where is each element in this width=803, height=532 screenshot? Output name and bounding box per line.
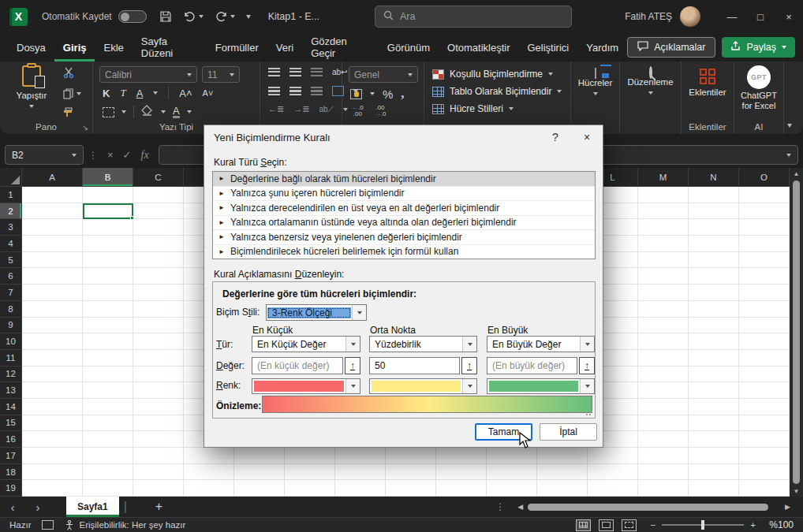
name-box[interactable]: B2: [5, 145, 84, 165]
dialog-close-icon[interactable]: ×: [571, 125, 603, 149]
scroll-up-icon[interactable]: ▲: [794, 168, 800, 179]
underline-button[interactable]: A: [136, 87, 144, 99]
cell-C2[interactable]: [133, 203, 184, 220]
cell-N17[interactable]: [689, 448, 739, 464]
type-dropdown-icon-maximum[interactable]: [580, 337, 594, 352]
autosave-toggle[interactable]: [118, 10, 147, 23]
cell-A11[interactable]: [22, 350, 83, 366]
cell-N18[interactable]: [689, 464, 739, 481]
align-center-icon[interactable]: [289, 87, 301, 95]
cell-H17[interactable]: [386, 448, 436, 464]
cell-A7[interactable]: [22, 285, 83, 301]
cell-M19[interactable]: [638, 480, 689, 497]
cell-C19[interactable]: [133, 480, 184, 497]
zoom-in-icon[interactable]: +: [750, 520, 756, 530]
close-button[interactable]: ×: [775, 4, 803, 29]
tab-giriş[interactable]: Giriş: [54, 33, 95, 61]
cell-A16[interactable]: [22, 431, 83, 448]
font-color-dropdown-icon[interactable]: [187, 110, 192, 113]
cell-M15[interactable]: [638, 415, 689, 432]
orientation-icon[interactable]: ab⟋: [319, 105, 333, 114]
page-layout-view-icon[interactable]: [599, 519, 614, 531]
rule-type-item-1[interactable]: ►Yalnızca şunu içeren hücreleri biçimlen…: [213, 187, 595, 202]
copy-icon[interactable]: [63, 88, 81, 99]
prev-sheet-icon[interactable]: ‹: [0, 500, 25, 514]
zoom-slider[interactable]: [662, 524, 744, 526]
decrease-font-icon[interactable]: A˅: [203, 88, 214, 98]
cell-I19[interactable]: [436, 480, 487, 497]
cell-M18[interactable]: [638, 464, 689, 481]
row-header-11[interactable]: 11: [0, 350, 22, 366]
horizontal-scrollbar[interactable]: [528, 503, 780, 511]
cell-G19[interactable]: [335, 480, 386, 497]
number-format-select[interactable]: Genel: [349, 66, 418, 83]
row-header-13[interactable]: 13: [0, 382, 22, 399]
cell-N12[interactable]: [689, 366, 739, 383]
cell-O18[interactable]: [739, 464, 790, 481]
accounting-format-icon[interactable]: [350, 89, 362, 99]
cell-L19[interactable]: [588, 480, 638, 497]
cell-D17[interactable]: [184, 448, 234, 464]
align-right-icon[interactable]: [311, 87, 323, 95]
cell-N7[interactable]: [689, 285, 739, 301]
cell-N10[interactable]: [689, 333, 739, 350]
cell-N14[interactable]: [689, 399, 739, 415]
cell-M8[interactable]: [638, 301, 689, 318]
cell-C12[interactable]: [133, 366, 184, 383]
cell-B10[interactable]: [83, 333, 133, 350]
row-header-8[interactable]: 8: [0, 301, 22, 318]
percent-style-icon[interactable]: %: [383, 87, 393, 101]
type-dropdown-midpoint[interactable]: Yüzdebirlik: [369, 336, 477, 352]
cell-M10[interactable]: [638, 333, 689, 350]
cell-B5[interactable]: [83, 252, 133, 269]
tab-görünüm[interactable]: Görünüm: [379, 33, 439, 61]
cell-B1[interactable]: [83, 187, 133, 203]
format-painter-icon[interactable]: [63, 106, 75, 121]
cell-C16[interactable]: [133, 431, 184, 448]
vertical-scroll-thumb[interactable]: [793, 180, 800, 484]
cell-C4[interactable]: [133, 236, 184, 252]
cell-A2[interactable]: [22, 203, 83, 220]
cell-A17[interactable]: [22, 448, 83, 464]
underline-dropdown-icon[interactable]: [153, 91, 158, 95]
cell-C5[interactable]: [133, 252, 184, 269]
cell-O12[interactable]: [739, 366, 790, 383]
user-name[interactable]: Fatih ATEŞ: [625, 11, 672, 22]
sheet-tab[interactable]: Sayfa1: [66, 497, 119, 517]
cell-L17[interactable]: [588, 448, 638, 464]
chatgpt-button[interactable]: GPT ChatGPT for Excel: [734, 65, 783, 111]
align-left-icon[interactable]: [268, 87, 280, 95]
cell-N6[interactable]: [689, 268, 739, 285]
save-icon[interactable]: [159, 10, 172, 23]
cell-H19[interactable]: [386, 480, 436, 497]
cell-O13[interactable]: [739, 382, 790, 399]
scroll-down-icon[interactable]: ▼: [794, 485, 800, 497]
cell-N11[interactable]: [689, 350, 739, 366]
cell-C8[interactable]: [133, 301, 184, 318]
color-swatch-dropdown-icon-maximum[interactable]: [580, 379, 594, 393]
cell-O11[interactable]: [739, 350, 790, 366]
cell-A6[interactable]: [22, 268, 83, 285]
decrease-decimal-icon[interactable]: .00→.0: [375, 105, 387, 117]
cell-O7[interactable]: [739, 285, 790, 301]
minimize-button[interactable]: —: [718, 4, 746, 29]
cancel-entry-icon[interactable]: ×: [107, 149, 114, 161]
maximize-button[interactable]: □: [746, 4, 775, 29]
tab-gözden-geçir[interactable]: Gözden Geçir: [302, 33, 379, 61]
cell-B16[interactable]: [83, 431, 133, 448]
cell-A8[interactable]: [22, 301, 83, 318]
cell-N2[interactable]: [689, 203, 739, 220]
tab-ekle[interactable]: Ekle: [95, 33, 132, 61]
zoom-out-icon[interactable]: −: [651, 520, 656, 530]
cell-N16[interactable]: [689, 431, 739, 448]
cell-O3[interactable]: [739, 219, 790, 236]
undo-button[interactable]: [183, 10, 204, 23]
tab-sayfa-düzeni[interactable]: Sayfa Düzeni: [133, 33, 207, 61]
cell-M14[interactable]: [638, 399, 689, 415]
search-box[interactable]: Ara: [375, 6, 572, 28]
increase-decimal-icon[interactable]: ←.0.00: [352, 105, 364, 117]
cell-B9[interactable]: [83, 318, 133, 334]
cell-C3[interactable]: [133, 219, 184, 236]
cell-A19[interactable]: [22, 480, 83, 497]
cell-F17[interactable]: [285, 448, 335, 464]
